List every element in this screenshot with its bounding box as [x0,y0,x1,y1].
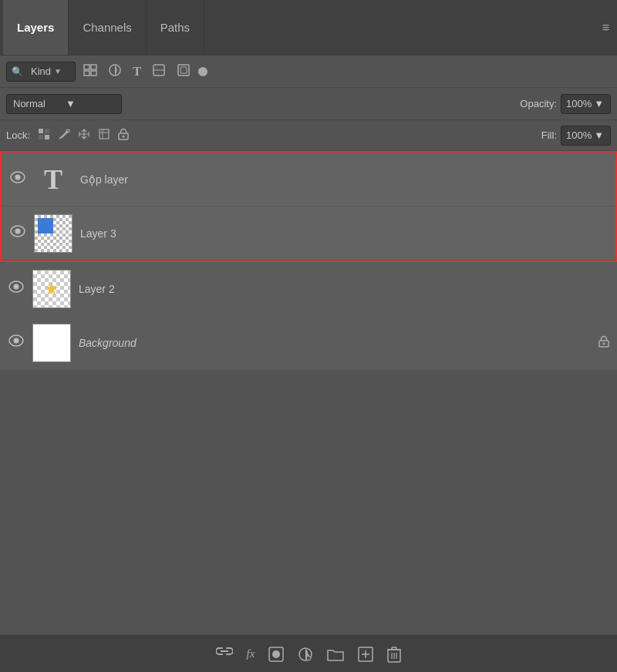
layer-thumb-layer2: ★ [32,270,71,308]
layer-name-background: Background [79,337,591,349]
svg-point-25 [603,343,605,345]
svg-rect-7 [180,67,187,73]
layer-styles-icon[interactable]: fx [247,647,255,660]
svg-rect-0 [84,65,89,69]
lock-row: Lock: [0,120,617,151]
add-mask-icon[interactable] [268,647,284,662]
lock-artboard-icon[interactable] [96,126,112,144]
opacity-group: Opacity: 100% ▼ [520,94,611,114]
layer-thumb-layer3 [34,214,72,253]
opacity-chevron-icon: ▼ [594,98,605,109]
layer-name-layer2: Layer 2 [79,283,609,295]
svg-point-28 [272,650,280,658]
svg-rect-11 [45,135,49,139]
adjustment-filter-icon[interactable] [105,62,125,82]
new-group-icon[interactable] [327,647,344,662]
background-lock-icon [598,335,609,350]
pixel-filter-icon[interactable] [80,62,100,81]
svg-rect-10 [39,135,43,139]
tab-layers[interactable]: Layers [3,0,69,55]
text-filter-icon[interactable]: T [130,62,144,81]
blend-mode-select[interactable]: Normal ▼ [6,94,122,114]
kind-filter-select[interactable]: 🔍 Kind ▼ [6,62,76,82]
svg-rect-2 [84,71,89,76]
fill-chevron-icon: ▼ [594,129,605,141]
svg-rect-3 [91,71,96,76]
layer-name-gop: Gộp layer [80,173,608,186]
layer-row-layer2[interactable]: ★ Layer 2 [0,262,617,316]
filter-dot-icon[interactable] [198,67,207,76]
layers-list: T Gộp layer Layer 3 [0,151,617,635]
new-layer-icon[interactable] [358,647,373,662]
visibility-icon-layer2[interactable] [8,281,25,297]
visibility-icon-background[interactable] [8,334,25,351]
link-layers-icon[interactable] [216,647,233,662]
svg-point-30 [306,656,311,660]
layers-panel: Layers Channels Paths ≡ 🔍 Kind ▼ [0,0,617,672]
filter-row: 🔍 Kind ▼ T [0,55,617,88]
svg-rect-13 [99,129,109,139]
fill-select[interactable]: 100% ▼ [561,126,611,146]
svg-point-21 [14,284,19,290]
search-icon: 🔍 [12,66,28,77]
add-adjustment-icon[interactable] [298,647,313,662]
layer-thumb-gop: T [34,160,72,199]
bottom-toolbar: fx [0,635,617,672]
layer-thumb-background [32,324,71,362]
layer-row-background[interactable]: Background [0,316,617,370]
layer-row-gop[interactable]: T Gộp layer [2,153,615,207]
svg-rect-6 [178,65,189,76]
layer-name-layer3: Layer 3 [80,227,608,240]
svg-point-23 [14,338,19,344]
blend-chevron-icon: ▼ [66,98,115,109]
lock-transparent-icon[interactable] [36,126,52,144]
svg-rect-8 [39,129,43,133]
visibility-icon-gop[interactable] [9,171,26,187]
fill-group: Fill: 100% ▼ [541,126,611,146]
blend-row: Normal ▼ Opacity: 100% ▼ [0,88,617,120]
shape-filter-icon[interactable] [149,62,169,82]
tab-paths[interactable]: Paths [147,0,204,55]
svg-rect-1 [91,65,96,69]
svg-point-17 [15,175,21,180]
layer-row-layer3[interactable]: Layer 3 [2,207,615,260]
panel-menu-icon[interactable]: ≡ [602,21,609,35]
delete-layer-icon[interactable] [387,646,401,663]
svg-point-15 [123,136,125,138]
svg-point-19 [15,229,21,234]
opacity-select[interactable]: 100% ▼ [561,94,611,114]
lock-all-icon[interactable] [116,126,130,144]
svg-rect-9 [45,129,49,133]
lock-position-icon[interactable] [76,126,92,144]
lock-image-icon[interactable] [56,126,72,144]
tab-channels[interactable]: Channels [69,0,146,55]
smart-filter-icon[interactable] [174,62,194,82]
visibility-icon-layer3[interactable] [9,225,26,241]
chevron-down-icon: ▼ [54,67,70,76]
tab-bar: Layers Channels Paths ≡ [0,0,617,55]
grouped-layers: T Gộp layer Layer 3 [0,151,617,262]
